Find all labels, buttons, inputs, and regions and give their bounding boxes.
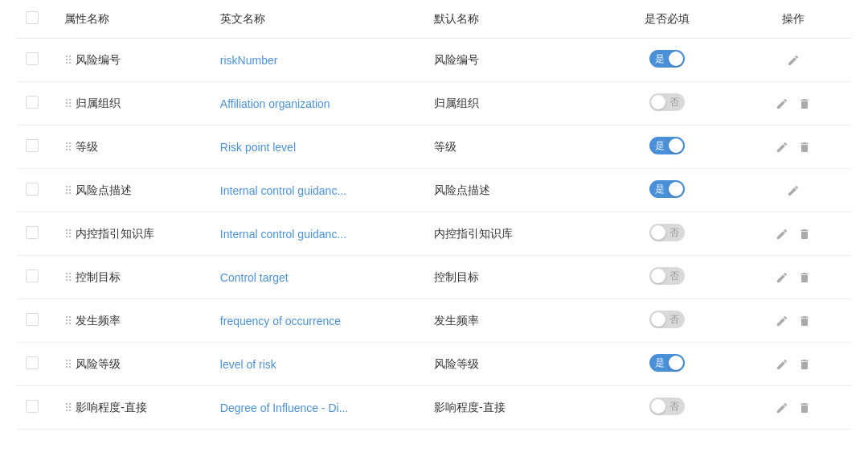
toggle-thumb — [669, 138, 683, 153]
en-name-text: riskNumber — [220, 54, 278, 67]
attr-name-cell: ⠿ 风险点描述 — [64, 183, 200, 198]
edit-icon[interactable] — [776, 401, 788, 414]
drag-handle-icon[interactable]: ⠿ — [64, 54, 71, 67]
row-checkbox-5[interactable] — [26, 270, 39, 282]
row-checkbox-1[interactable] — [26, 96, 39, 109]
toggle-label: 否 — [669, 270, 679, 283]
attr-name-text: 等级 — [76, 140, 98, 154]
delete-icon[interactable] — [798, 315, 811, 327]
en-name-text: Internal control guidanc... — [220, 184, 346, 197]
required-toggle-8[interactable]: 否 — [649, 397, 685, 415]
table-row: ⠿ 内控指引知识库 Internal control guidanc...内控指… — [16, 212, 852, 256]
default-name-text: 风险编号 — [434, 53, 479, 66]
toggle-track[interactable]: 否 — [649, 311, 685, 328]
toggle-track[interactable]: 否 — [649, 93, 685, 111]
delete-icon[interactable] — [798, 141, 811, 154]
action-icons — [745, 97, 842, 110]
default-name-text: 风险点描述 — [434, 183, 490, 196]
en-name-text: level of risk — [220, 358, 276, 371]
edit-icon[interactable] — [776, 315, 788, 327]
row-checkbox-8[interactable] — [26, 400, 39, 413]
row-checkbox-4[interactable] — [26, 226, 39, 239]
toggle-track[interactable]: 否 — [649, 267, 685, 285]
edit-icon[interactable] — [787, 54, 800, 67]
row-checkbox-0[interactable] — [26, 52, 39, 65]
toggle-track[interactable]: 是 — [649, 50, 685, 68]
table-row: ⠿ 影响程度-直接 Degree of Influence - Di...影响程… — [16, 386, 852, 430]
toggle-thumb — [651, 399, 665, 414]
row-checkbox-3[interactable] — [26, 183, 39, 196]
delete-icon[interactable] — [798, 401, 811, 414]
action-icons — [745, 315, 842, 327]
delete-icon[interactable] — [798, 97, 811, 110]
default-name-text: 归属组织 — [434, 97, 479, 109]
attr-name-text: 风险编号 — [76, 53, 121, 68]
table-row: ⠿ 归属组织 Affiliation organization归属组织 否 — [16, 82, 852, 126]
header-default-name: 默认名称 — [424, 0, 600, 39]
attr-name-text: 影响程度-直接 — [76, 401, 147, 415]
edit-icon[interactable] — [787, 184, 800, 197]
drag-handle-icon[interactable]: ⠿ — [64, 271, 71, 284]
attr-name-text: 风险等级 — [76, 357, 121, 372]
attr-name-text: 风险点描述 — [76, 183, 132, 198]
header-required: 是否必填 — [600, 0, 735, 39]
attr-name-text: 归属组织 — [76, 97, 121, 111]
table-row: ⠿ 风险点描述 Internal control guidanc...风险点描述… — [16, 169, 852, 212]
toggle-label: 是 — [655, 356, 665, 370]
toggle-thumb — [651, 95, 665, 109]
row-checkbox-2[interactable] — [26, 139, 39, 152]
toggle-label: 是 — [655, 139, 665, 153]
table-row: ⠿ 等级 Risk point level等级 是 — [16, 126, 852, 169]
required-toggle-3[interactable]: 是 — [649, 180, 685, 198]
attr-name-cell: ⠿ 控制目标 — [64, 270, 200, 285]
drag-handle-icon[interactable]: ⠿ — [64, 315, 71, 327]
default-name-text: 风险等级 — [434, 357, 479, 370]
toggle-track[interactable]: 是 — [649, 354, 685, 372]
drag-handle-icon[interactable]: ⠿ — [64, 358, 71, 371]
toggle-track[interactable]: 是 — [649, 180, 685, 198]
default-name-text: 影响程度-直接 — [434, 401, 506, 414]
en-name-text: Risk point level — [220, 141, 296, 154]
required-toggle-1[interactable]: 否 — [649, 93, 685, 111]
drag-handle-icon[interactable]: ⠿ — [64, 228, 71, 241]
select-all-checkbox[interactable] — [26, 11, 39, 24]
toggle-thumb — [669, 356, 683, 370]
row-checkbox-7[interactable] — [26, 356, 39, 369]
required-toggle-2[interactable]: 是 — [649, 137, 685, 154]
action-icons — [745, 184, 842, 197]
drag-handle-icon[interactable]: ⠿ — [64, 401, 71, 414]
delete-icon[interactable] — [798, 228, 811, 241]
required-toggle-7[interactable]: 是 — [649, 354, 685, 372]
toggle-thumb — [651, 225, 665, 240]
toggle-thumb — [651, 312, 665, 327]
toggle-thumb — [651, 269, 665, 283]
delete-icon[interactable] — [798, 271, 811, 284]
edit-icon[interactable] — [776, 358, 788, 371]
toggle-track[interactable]: 是 — [649, 137, 685, 154]
delete-icon[interactable] — [798, 358, 811, 371]
drag-handle-icon[interactable]: ⠿ — [64, 141, 71, 154]
table-row: ⠿ 风险编号 riskNumber风险编号 是 — [16, 39, 852, 82]
toggle-label: 否 — [669, 96, 679, 109]
toggle-thumb — [669, 51, 683, 66]
attr-name-cell: ⠿ 影响程度-直接 — [64, 401, 200, 415]
required-toggle-5[interactable]: 否 — [649, 267, 685, 285]
attr-name-cell: ⠿ 等级 — [64, 140, 200, 154]
toggle-track[interactable]: 否 — [649, 397, 685, 415]
edit-icon[interactable] — [776, 141, 788, 154]
attr-name-cell: ⠿ 发生频率 — [64, 314, 200, 328]
en-name-text: Internal control guidanc... — [220, 228, 346, 241]
required-toggle-4[interactable]: 否 — [649, 224, 685, 241]
row-checkbox-6[interactable] — [26, 313, 39, 326]
toggle-label: 否 — [669, 226, 679, 240]
edit-icon[interactable] — [776, 97, 788, 110]
toggle-label: 否 — [669, 400, 679, 414]
toggle-track[interactable]: 否 — [649, 224, 685, 241]
required-toggle-0[interactable]: 是 — [649, 50, 685, 68]
drag-handle-icon[interactable]: ⠿ — [64, 184, 71, 197]
edit-icon[interactable] — [776, 271, 788, 284]
default-name-text: 内控指引知识库 — [434, 227, 513, 240]
edit-icon[interactable] — [776, 228, 788, 241]
required-toggle-6[interactable]: 否 — [649, 311, 685, 328]
drag-handle-icon[interactable]: ⠿ — [64, 97, 71, 110]
